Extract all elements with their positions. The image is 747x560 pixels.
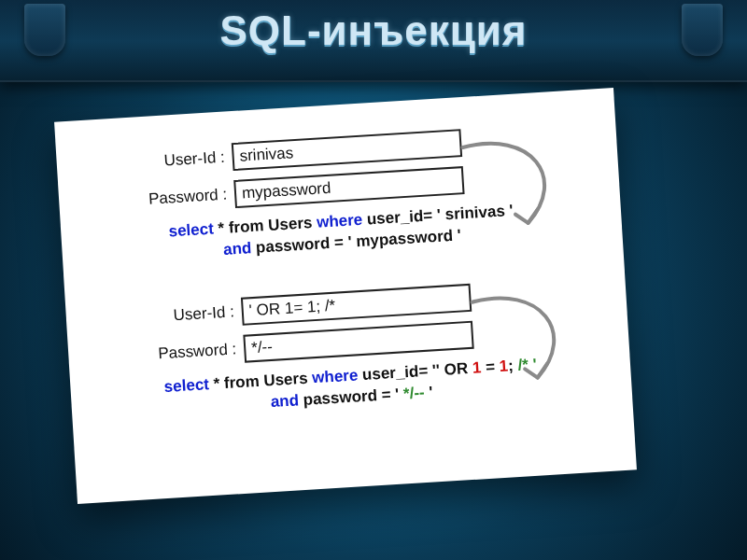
content-card: User-Id : srinivas Password : mypassword… (54, 88, 637, 504)
txt: * from (213, 217, 269, 238)
txt-cmt-close: */-- (402, 384, 429, 403)
txt-pwd-prefix: password = ' (303, 385, 403, 409)
txt-uid: user_id= ' srinivas ' (366, 202, 514, 229)
txt-eq: = (481, 357, 500, 376)
kw-and: and (223, 239, 257, 259)
label-password-2: Password : (96, 340, 237, 367)
input-password-1: mypassword (233, 166, 464, 208)
example-2: User-Id : ' OR 1= 1; /* Password : */-- … (93, 275, 604, 424)
kw-select: select (163, 375, 209, 396)
txt-inj-open: ' OR (435, 359, 472, 379)
slide-title: SQL-инъекция (0, 7, 747, 54)
input-password-2: */-- (243, 321, 473, 363)
txt-users: Users (263, 370, 308, 390)
kw-select: select (168, 220, 214, 241)
kw-where: where (312, 210, 368, 231)
example-1: User-Id : srinivas Password : mypassword… (84, 121, 595, 270)
label-userid-1: User-Id : (84, 148, 225, 175)
slide-background: SQL-инъекция User-Id : srinivas Password… (0, 0, 747, 560)
txt-uid-prefix: user_id= ' (361, 361, 436, 384)
txt: * from (208, 371, 264, 393)
label-userid-2: User-Id : (93, 302, 234, 329)
input-userid-1: srinivas (232, 129, 462, 171)
txt-tail: ' (429, 383, 433, 400)
kw-and: and (270, 391, 303, 411)
kw-where: where (307, 366, 363, 387)
txt-cmt-open: /* ' (517, 356, 537, 374)
label-password-1: Password : (87, 186, 228, 213)
txt-users: Users (268, 214, 313, 234)
